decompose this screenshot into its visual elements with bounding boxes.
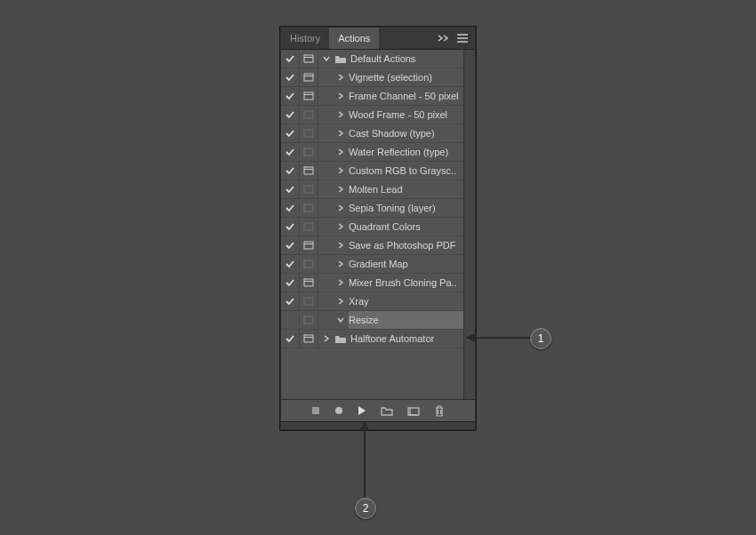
dialog-icon[interactable] xyxy=(303,260,314,268)
chevron-right-icon[interactable] xyxy=(336,185,345,194)
action-row[interactable]: Quadrant Colors xyxy=(281,218,463,236)
chevron-down-icon[interactable] xyxy=(336,315,345,324)
dialog-icon[interactable] xyxy=(303,148,314,156)
delete-button[interactable] xyxy=(434,405,445,417)
dialog-icon[interactable] xyxy=(303,110,314,119)
stop-button[interactable] xyxy=(311,406,320,415)
dialog-icon[interactable] xyxy=(303,334,314,343)
collapse-icon[interactable] xyxy=(438,34,450,43)
dialog-icon[interactable] xyxy=(303,241,314,250)
action-set-row[interactable]: Halftone Automator xyxy=(281,330,463,348)
chevron-down-icon[interactable] xyxy=(322,54,331,63)
chevron-right-icon[interactable] xyxy=(336,110,345,119)
toggle-check-icon[interactable] xyxy=(285,203,295,213)
chevron-right-icon[interactable] xyxy=(336,92,345,100)
dialog-icon[interactable] xyxy=(303,297,314,306)
scrollbar[interactable] xyxy=(463,50,475,399)
chevron-right-icon[interactable] xyxy=(336,148,345,156)
svg-rect-25 xyxy=(410,408,419,415)
action-label: Water Reflection (type) xyxy=(349,147,463,157)
chevron-right-icon[interactable] xyxy=(336,241,345,250)
chevron-right-icon[interactable] xyxy=(336,278,345,287)
toggle-check-icon[interactable] xyxy=(285,296,295,307)
action-label: Vignette (selection) xyxy=(349,72,463,83)
chevron-right-icon[interactable] xyxy=(322,334,331,343)
toggle-check-icon[interactable] xyxy=(285,259,295,269)
svg-rect-17 xyxy=(304,279,313,286)
dialog-icon[interactable] xyxy=(303,129,314,138)
svg-rect-12 xyxy=(304,204,313,212)
dialog-icon[interactable] xyxy=(303,204,314,212)
svg-rect-13 xyxy=(304,223,313,230)
toggle-check-icon[interactable] xyxy=(285,165,295,176)
chevron-right-icon[interactable] xyxy=(336,73,345,82)
dialog-icon[interactable] xyxy=(303,73,314,82)
toggle-check-icon[interactable] xyxy=(285,147,295,157)
svg-rect-0 xyxy=(304,55,313,62)
toggle-check-icon[interactable] xyxy=(285,333,295,344)
svg-point-24 xyxy=(335,407,342,414)
tab-actions[interactable]: Actions xyxy=(329,28,379,49)
menu-icon[interactable] xyxy=(457,34,468,43)
callout-badge: 1 xyxy=(530,328,551,349)
action-label: Xray xyxy=(349,296,463,307)
toggle-check-icon[interactable] xyxy=(285,72,295,83)
toggle-check-icon[interactable] xyxy=(285,91,295,101)
chevron-right-icon[interactable] xyxy=(336,222,345,231)
action-row[interactable]: Custom RGB to Graysc.. xyxy=(281,162,463,180)
action-row[interactable]: Water Reflection (type) xyxy=(281,143,463,162)
chevron-right-icon[interactable] xyxy=(336,260,345,268)
dialog-icon[interactable] xyxy=(303,92,314,100)
dialog-icon[interactable] xyxy=(303,315,314,324)
actions-panel: History Actions Default Actions xyxy=(280,27,476,430)
chevron-right-icon[interactable] xyxy=(336,204,345,212)
svg-rect-20 xyxy=(304,316,313,323)
svg-rect-8 xyxy=(304,148,313,156)
svg-rect-7 xyxy=(304,130,313,137)
actions-list: Default Actions Vignette (selection) Fra… xyxy=(281,50,463,399)
record-button[interactable] xyxy=(334,406,343,415)
play-button[interactable] xyxy=(358,405,366,416)
dialog-icon[interactable] xyxy=(303,54,314,63)
action-label: Frame Channel - 50 pixel xyxy=(349,91,463,101)
action-label: Cast Shadow (type) xyxy=(349,128,463,139)
action-set-label: Default Actions xyxy=(350,53,463,64)
action-label: Wood Frame - 50 pixel xyxy=(349,109,463,120)
toggle-check-icon[interactable] xyxy=(285,128,295,139)
svg-rect-6 xyxy=(304,111,313,118)
toggle-check-icon[interactable] xyxy=(285,277,295,288)
chevron-right-icon[interactable] xyxy=(336,129,345,138)
action-row[interactable]: Gradient Map xyxy=(281,255,463,274)
svg-rect-4 xyxy=(304,92,313,100)
action-row[interactable]: Wood Frame - 50 pixel xyxy=(281,106,463,124)
action-row[interactable]: Molten Lead xyxy=(281,180,463,199)
tab-history[interactable]: History xyxy=(281,28,329,49)
dialog-icon[interactable] xyxy=(303,185,314,194)
action-row[interactable]: Sepia Toning (layer) xyxy=(281,199,463,218)
dialog-icon[interactable] xyxy=(303,278,314,287)
action-label: Save as Photoshop PDF xyxy=(349,240,463,251)
toggle-check-icon[interactable] xyxy=(285,221,295,232)
action-row[interactable]: Xray xyxy=(281,292,463,311)
toggle-check-icon[interactable] xyxy=(285,240,295,251)
action-set-row[interactable]: Default Actions xyxy=(281,50,463,68)
action-row[interactable]: Mixer Brush Cloning Pa.. xyxy=(281,274,463,292)
new-set-button[interactable] xyxy=(381,406,393,416)
toggle-check-icon[interactable] xyxy=(285,109,295,120)
action-row[interactable]: Cast Shadow (type) xyxy=(281,124,463,143)
chevron-right-icon[interactable] xyxy=(336,297,345,306)
action-label: Gradient Map xyxy=(349,259,463,269)
action-row[interactable]: Frame Channel - 50 pixel xyxy=(281,87,463,106)
action-row[interactable]: Save as Photoshop PDF xyxy=(281,236,463,255)
dialog-icon[interactable] xyxy=(303,166,314,175)
action-row-selected[interactable]: Resize xyxy=(281,311,463,330)
dialog-icon[interactable] xyxy=(303,222,314,231)
action-row[interactable]: Vignette (selection) xyxy=(281,68,463,87)
svg-rect-23 xyxy=(312,407,319,414)
chevron-right-icon[interactable] xyxy=(336,166,345,175)
toggle-check-icon[interactable] xyxy=(285,53,295,64)
svg-rect-19 xyxy=(304,298,313,305)
new-action-button[interactable] xyxy=(407,405,420,416)
toggle-check-icon[interactable] xyxy=(285,184,295,195)
resize-grip[interactable] xyxy=(281,421,475,429)
